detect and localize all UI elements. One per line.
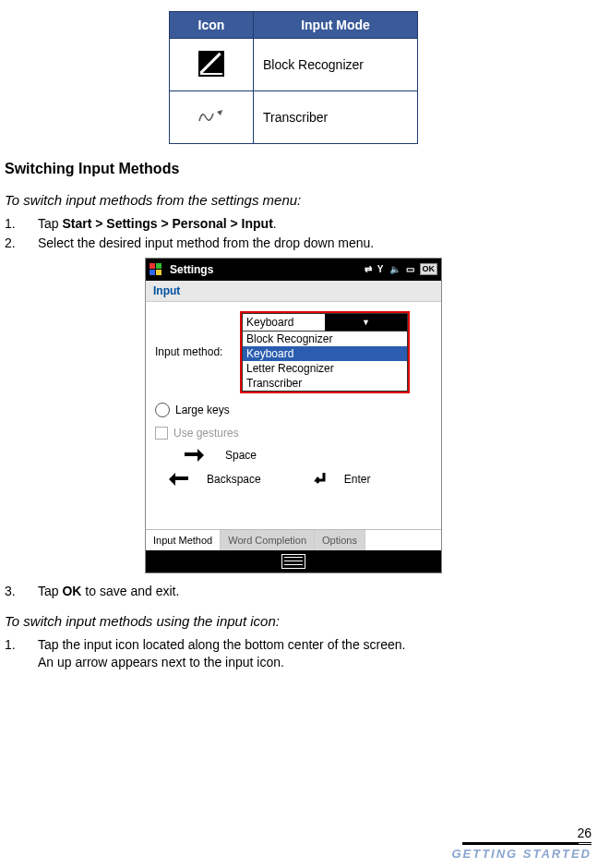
sip-bar: [146, 550, 441, 573]
tab-options[interactable]: Options: [315, 530, 365, 550]
step-text: Tap: [38, 584, 62, 598]
th-icon: Icon: [170, 12, 254, 39]
status-icons: ⇄ Y 🔈 ▭ OK: [365, 263, 437, 275]
input-method-combo[interactable]: Keyboard ▼ Block Recognizer Keyboard Let…: [240, 311, 410, 393]
subhead-input-icon: To switch input methods using the input …: [5, 613, 582, 629]
volume-icon: 🔈: [389, 264, 401, 274]
chapter-name: Getting Started: [18, 847, 592, 861]
subhead-settings-menu: To switch input methods from the setting…: [5, 192, 582, 208]
mode-cell: Block Recognizer: [254, 39, 418, 91]
settings-screenshot: Settings ⇄ Y 🔈 ▭ OK Input Input method: …: [145, 258, 442, 573]
title-text: Settings: [170, 263, 357, 276]
transcriber-icon-cell: [170, 91, 254, 144]
table-row: Block Recognizer: [170, 39, 418, 91]
step-line: Tap the input icon located along the bot…: [38, 637, 405, 652]
transcriber-icon: [198, 108, 224, 125]
svg-rect-0: [150, 263, 155, 269]
large-keys-radio[interactable]: [155, 403, 170, 417]
table-row: Transcriber: [170, 91, 418, 144]
backspace-arrow-icon: [164, 473, 190, 486]
chevron-down-icon[interactable]: ▼: [325, 314, 407, 331]
ok-button[interactable]: OK: [420, 263, 438, 275]
combo-current: Keyboard: [243, 316, 325, 329]
footer-rule: [462, 842, 592, 845]
titlebar: Settings ⇄ Y 🔈 ▭ OK: [146, 259, 441, 281]
panel-title: Input: [146, 281, 441, 302]
combo-option[interactable]: Transcriber: [243, 376, 407, 391]
step-1: Tap the input icon located along the bot…: [5, 636, 582, 671]
block-recognizer-icon-cell: [170, 39, 254, 91]
steps-settings: Tap Start > Settings > Personal > Input.…: [5, 215, 582, 252]
step-bold: Start > Settings > Personal > Input: [62, 216, 272, 231]
section-heading: Switching Input Methods: [5, 161, 582, 177]
signal-icon: Y: [377, 264, 384, 274]
input-method-label: Input method:: [155, 345, 234, 358]
page-number: 26: [18, 826, 592, 840]
step-1: Tap Start > Settings > Personal > Input.: [5, 215, 582, 233]
step-text: to save and exit.: [81, 584, 179, 598]
step-line: An up arrow appears next to the input ic…: [38, 655, 284, 669]
large-keys-label: Large keys: [175, 404, 230, 416]
combo-option-selected[interactable]: Keyboard: [243, 346, 407, 361]
space-label: Space: [225, 449, 257, 462]
enter-arrow-icon: [311, 471, 328, 488]
steps-input-icon: Tap the input icon located along the bot…: [5, 636, 582, 671]
backspace-label: Backspace: [207, 473, 261, 486]
connect-icon: ⇄: [365, 264, 372, 274]
use-gestures-checkbox[interactable]: [155, 427, 168, 440]
svg-rect-2: [150, 270, 155, 275]
tab-word-completion[interactable]: Word Completion: [221, 530, 315, 550]
step-text: .: [273, 216, 277, 231]
block-recognizer-icon: [198, 51, 224, 77]
step-bold: OK: [62, 584, 81, 598]
step-2: Select the desired input method from the…: [5, 235, 582, 252]
tab-input-method[interactable]: Input Method: [146, 530, 221, 550]
step-text: Tap: [38, 216, 62, 231]
icon-mode-table: Icon Input Mode Block Recognizer Transcr…: [169, 11, 418, 144]
svg-rect-3: [156, 270, 161, 275]
steps-settings-cont: Tap OK to save and exit.: [5, 583, 582, 600]
tabs: Input Method Word Completion Options: [146, 529, 441, 550]
space-arrow-icon: [183, 449, 209, 462]
mode-cell: Transcriber: [254, 91, 418, 144]
combo-dropdown: Block Recognizer Keyboard Letter Recogni…: [242, 332, 408, 392]
use-gestures-label: Use gestures: [173, 427, 239, 440]
combo-option[interactable]: Letter Recognizer: [243, 361, 407, 376]
svg-rect-1: [156, 263, 161, 269]
page-footer: 26 Getting Started: [18, 826, 592, 861]
step-3: Tap OK to save and exit.: [5, 583, 582, 600]
battery-icon: ▭: [406, 264, 414, 274]
th-mode: Input Mode: [254, 12, 418, 39]
windows-flag-icon: [150, 263, 162, 276]
keyboard-icon[interactable]: [281, 554, 305, 569]
enter-label: Enter: [344, 473, 371, 486]
combo-option[interactable]: Block Recognizer: [243, 332, 407, 346]
